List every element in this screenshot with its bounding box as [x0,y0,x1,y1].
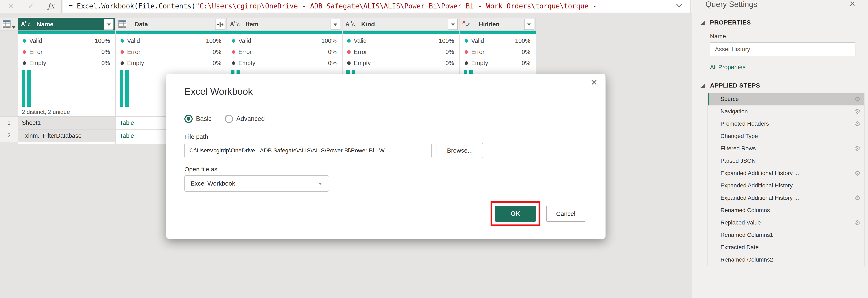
column-quality-bar [18,31,115,34]
column-quality-bar [343,31,460,34]
distribution-caption: 2 distinct, 2 unique [22,109,70,115]
cell-name-row1[interactable]: Sheet1 [18,117,115,129]
valid-label: Valid [127,37,140,44]
filter-dropdown-button[interactable] [104,19,114,30]
file-path-label: File path [184,133,208,140]
dropdown-caret-icon [318,183,322,185]
valid-label: Valid [29,37,42,44]
gear-icon[interactable]: ⚙ [855,192,861,204]
step-promoted-headers[interactable]: Promoted Headers⚙ [708,118,864,130]
query-settings-panel: Query Settings × PROPERTIES Name Asset H… [692,0,868,298]
empty-dot-icon [23,61,26,65]
error-label: Error [471,48,484,56]
error-label: Error [29,48,42,56]
empty-value: 0% [445,60,454,67]
error-dot-icon [121,50,124,54]
error-value: 0% [101,48,110,56]
gear-icon[interactable]: ⚙ [855,217,861,229]
formula-bar: × ✓ ƒx = Excel.Workbook(File.Contents("C… [0,0,692,13]
valid-label: Valid [354,37,367,44]
empty-value: 0% [522,60,530,67]
error-label: Error [127,48,140,56]
step-expanded-additional-history-1[interactable]: Expanded Additional History ...⚙ [708,167,864,179]
column-quality-bar [227,31,342,34]
gear-icon[interactable]: ⚙ [855,118,861,130]
error-value: 0% [213,48,221,56]
column-header-hidden[interactable]: ×✓ Hidden [460,18,536,31]
column-header-item[interactable]: ABC Item [227,18,342,31]
table-type-icon [119,21,127,30]
ok-button[interactable]: OK [495,206,536,222]
row-number-1[interactable]: 1 [0,117,18,129]
step-expanded-additional-history-3[interactable]: Expanded Additional History ...⚙ [708,192,864,204]
formula-code: = Excel.Workbook(File.Contents( [69,2,195,10]
select-all-columns-button[interactable] [0,18,18,31]
step-renamed-columns2[interactable]: Renamed Columns2⚙ [708,254,864,266]
advanced-radio[interactable] [225,115,233,123]
step-renamed-columns1[interactable]: Renamed Columns1⚙ [708,229,864,241]
step-expanded-additional-history-2[interactable]: Expanded Additional History ...⚙ [708,179,864,192]
properties-section-header[interactable]: PROPERTIES [701,19,751,26]
basic-radio[interactable] [184,115,193,123]
cell-name-row2[interactable]: _xlnm._FilterDatabase [18,129,115,142]
column-body-name[interactable]: Valid100% Error0% Empty0% 2 distinct, 2 … [18,31,116,144]
formula-input[interactable]: = Excel.Workbook(File.Contents("C:\Users… [63,0,691,13]
filter-dropdown-button[interactable] [524,19,534,30]
open-file-as-label: Open file as [184,166,217,173]
query-settings-title: Query Settings [706,0,757,9]
open-file-as-dropdown[interactable]: Excel Workbook [184,175,329,192]
formula-commit-icon[interactable]: ✓ [22,0,40,13]
step-parsed-json[interactable]: Parsed JSON⚙ [708,155,864,167]
valid-value: 100% [515,37,530,44]
step-label: Changed Type [720,133,758,139]
cancel-button[interactable]: Cancel [546,206,585,222]
applied-steps-label: APPLIED STEPS [710,82,760,89]
step-source[interactable]: Source⚙ [708,93,864,105]
dialog-close-icon[interactable]: × [591,76,597,88]
basic-radio-label[interactable]: Basic [196,115,212,123]
empty-dot-icon [347,61,351,65]
row-number-2[interactable]: 2 [0,129,18,142]
collapse-triangle-icon [701,20,705,25]
empty-label: Empty [471,60,488,67]
error-dot-icon [23,50,26,54]
browse-button[interactable]: Browse... [437,143,483,158]
advanced-radio-label[interactable]: Advanced [236,115,265,123]
applied-steps-section-header[interactable]: APPLIED STEPS [701,82,760,89]
filter-dropdown-button[interactable] [331,19,340,30]
step-label: Source [720,96,739,102]
step-changed-type[interactable]: Changed Type⚙ [708,130,864,142]
name-label: Name [710,33,726,40]
error-label: Error [238,48,252,56]
step-extracted-date[interactable]: Extracted Date⚙ [708,241,864,254]
valid-value: 100% [439,37,454,44]
excel-workbook-dialog: × Excel Workbook Basic Advanced File pat… [166,74,606,239]
query-name-input[interactable]: Asset History [710,42,856,56]
column-header-kind[interactable]: ABC Kind [343,18,460,31]
expand-formula-bar-chevron-icon[interactable] [676,3,683,9]
panel-close-icon[interactable]: × [849,0,855,9]
step-label: Renamed Columns [720,207,770,213]
table-icon [3,21,11,30]
column-header-data[interactable]: Data [116,18,227,31]
empty-dot-icon [465,61,468,65]
step-label: Promoted Headers [720,121,769,127]
step-label: Filtered Rows [720,145,756,152]
gear-icon[interactable]: ⚙ [855,142,861,155]
expand-column-button[interactable] [215,19,225,30]
error-dot-icon [347,50,351,54]
column-label: Item [246,21,258,28]
filter-dropdown-button[interactable] [448,19,458,30]
column-header-name[interactable]: ABC Name [18,18,115,31]
gear-icon[interactable]: ⚙ [855,93,861,105]
formula-cancel-icon[interactable]: × [1,0,20,13]
file-path-input[interactable]: C:\Users\cgirdp\OneDrive - ADB Safegate\… [184,143,432,158]
step-filtered-rows[interactable]: Filtered Rows⚙ [708,142,864,155]
step-renamed-columns[interactable]: Renamed Columns⚙ [708,204,864,217]
step-label: Expanded Additional History ... [720,170,799,176]
step-replaced-value[interactable]: Replaced Value⚙ [708,217,864,229]
step-navigation[interactable]: Navigation⚙ [708,105,864,118]
all-properties-link[interactable]: All Properties [710,64,745,71]
gear-icon[interactable]: ⚙ [855,105,861,118]
gear-icon[interactable]: ⚙ [855,167,861,179]
